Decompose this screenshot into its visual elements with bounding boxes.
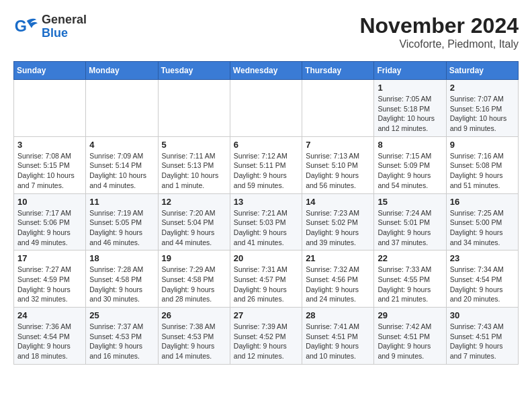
day-cell: 27Sunrise: 7:39 AMSunset: 4:52 PMDayligh… — [230, 308, 302, 365]
day-number: 30 — [450, 310, 515, 320]
day-cell — [302, 80, 374, 137]
day-number: 11 — [89, 197, 154, 207]
day-info: Sunrise: 7:08 AMSunset: 5:15 PMDaylight:… — [17, 151, 82, 191]
calendar-body: 1Sunrise: 7:05 AMSunset: 5:18 PMDaylight… — [14, 80, 519, 365]
page-subtitle: Vicoforte, Piedmont, Italy — [359, 38, 519, 50]
header-day-friday: Friday — [374, 62, 446, 80]
week-row-2: 3Sunrise: 7:08 AMSunset: 5:15 PMDaylight… — [14, 136, 519, 193]
day-info: Sunrise: 7:07 AMSunset: 5:16 PMDaylight:… — [450, 94, 515, 134]
page-title: November 2024 — [359, 13, 519, 38]
day-info: Sunrise: 7:31 AMSunset: 4:57 PMDaylight:… — [234, 265, 298, 304]
header-day-thursday: Thursday — [302, 62, 374, 80]
day-info: Sunrise: 7:42 AMSunset: 4:51 PMDaylight:… — [378, 322, 442, 361]
day-number: 15 — [378, 197, 442, 207]
day-cell: 14Sunrise: 7:23 AMSunset: 5:02 PMDayligh… — [302, 193, 374, 250]
day-info: Sunrise: 7:15 AMSunset: 5:09 PMDaylight:… — [378, 151, 442, 191]
day-cell: 4Sunrise: 7:09 AMSunset: 5:14 PMDaylight… — [86, 136, 158, 193]
day-number: 12 — [162, 197, 226, 207]
day-cell: 23Sunrise: 7:34 AMSunset: 4:54 PMDayligh… — [446, 250, 518, 308]
day-number: 8 — [378, 140, 442, 150]
day-number: 22 — [378, 253, 442, 263]
week-row-4: 17Sunrise: 7:27 AMSunset: 4:59 PMDayligh… — [14, 250, 519, 308]
calendar-header: SundayMondayTuesdayWednesdayThursdayFrid… — [14, 62, 519, 80]
header-day-saturday: Saturday — [446, 62, 518, 80]
svg-text:G: G — [15, 17, 27, 35]
day-number: 6 — [234, 140, 298, 150]
day-cell: 13Sunrise: 7:21 AMSunset: 5:03 PMDayligh… — [230, 193, 302, 250]
day-info: Sunrise: 7:16 AMSunset: 5:08 PMDaylight:… — [450, 151, 515, 191]
day-number: 23 — [450, 253, 515, 263]
day-number: 1 — [378, 83, 442, 93]
day-info: Sunrise: 7:11 AMSunset: 5:13 PMDaylight:… — [162, 151, 226, 191]
day-cell: 26Sunrise: 7:38 AMSunset: 4:53 PMDayligh… — [158, 308, 230, 365]
day-cell: 21Sunrise: 7:32 AMSunset: 4:56 PMDayligh… — [302, 250, 374, 308]
header-day-wednesday: Wednesday — [230, 62, 302, 80]
day-cell — [86, 80, 158, 137]
day-cell: 3Sunrise: 7:08 AMSunset: 5:15 PMDaylight… — [14, 136, 86, 193]
week-row-5: 24Sunrise: 7:36 AMSunset: 4:54 PMDayligh… — [14, 308, 519, 365]
day-info: Sunrise: 7:20 AMSunset: 5:04 PMDaylight:… — [162, 208, 226, 248]
day-info: Sunrise: 7:12 AMSunset: 5:11 PMDaylight:… — [234, 151, 298, 191]
day-number: 14 — [306, 197, 370, 207]
day-cell: 1Sunrise: 7:05 AMSunset: 5:18 PMDaylight… — [374, 80, 446, 137]
day-cell: 24Sunrise: 7:36 AMSunset: 4:54 PMDayligh… — [14, 308, 86, 365]
day-info: Sunrise: 7:43 AMSunset: 4:51 PMDaylight:… — [450, 322, 515, 361]
day-info: Sunrise: 7:39 AMSunset: 4:52 PMDaylight:… — [234, 322, 298, 361]
header-day-monday: Monday — [86, 62, 158, 80]
day-number: 21 — [306, 253, 370, 263]
logo-text: General Blue — [42, 13, 87, 40]
day-number: 4 — [89, 140, 154, 150]
day-cell: 28Sunrise: 7:41 AMSunset: 4:51 PMDayligh… — [302, 308, 374, 365]
day-cell: 7Sunrise: 7:13 AMSunset: 5:10 PMDaylight… — [302, 136, 374, 193]
page-header: G General Blue November 2024 Vicoforte, … — [13, 13, 519, 50]
day-number: 17 — [17, 253, 82, 263]
week-row-1: 1Sunrise: 7:05 AMSunset: 5:18 PMDaylight… — [14, 80, 519, 137]
day-number: 27 — [234, 310, 298, 320]
day-number: 2 — [450, 83, 515, 93]
day-number: 13 — [234, 197, 298, 207]
header-row: SundayMondayTuesdayWednesdayThursdayFrid… — [14, 62, 519, 80]
day-cell: 29Sunrise: 7:42 AMSunset: 4:51 PMDayligh… — [374, 308, 446, 365]
day-cell: 18Sunrise: 7:28 AMSunset: 4:58 PMDayligh… — [86, 250, 158, 308]
day-info: Sunrise: 7:25 AMSunset: 5:00 PMDaylight:… — [450, 208, 515, 248]
logo: G General Blue — [13, 13, 87, 40]
day-number: 20 — [234, 253, 298, 263]
day-cell: 19Sunrise: 7:29 AMSunset: 4:58 PMDayligh… — [158, 250, 230, 308]
day-number: 5 — [162, 140, 226, 150]
day-cell: 16Sunrise: 7:25 AMSunset: 5:00 PMDayligh… — [446, 193, 518, 250]
day-cell: 6Sunrise: 7:12 AMSunset: 5:11 PMDaylight… — [230, 136, 302, 193]
day-info: Sunrise: 7:23 AMSunset: 5:02 PMDaylight:… — [306, 208, 370, 248]
calendar-table: SundayMondayTuesdayWednesdayThursdayFrid… — [13, 61, 519, 365]
day-number: 29 — [378, 310, 442, 320]
week-row-3: 10Sunrise: 7:17 AMSunset: 5:06 PMDayligh… — [14, 193, 519, 250]
day-info: Sunrise: 7:17 AMSunset: 5:06 PMDaylight:… — [17, 208, 82, 248]
day-number: 7 — [306, 140, 370, 150]
day-cell: 17Sunrise: 7:27 AMSunset: 4:59 PMDayligh… — [14, 250, 86, 308]
day-info: Sunrise: 7:24 AMSunset: 5:01 PMDaylight:… — [378, 208, 442, 248]
day-info: Sunrise: 7:33 AMSunset: 4:55 PMDaylight:… — [378, 265, 442, 304]
day-info: Sunrise: 7:29 AMSunset: 4:58 PMDaylight:… — [162, 265, 226, 304]
day-number: 24 — [17, 310, 82, 320]
day-info: Sunrise: 7:41 AMSunset: 4:51 PMDaylight:… — [306, 322, 370, 361]
day-cell: 9Sunrise: 7:16 AMSunset: 5:08 PMDaylight… — [446, 136, 518, 193]
day-number: 25 — [89, 310, 154, 320]
day-cell: 20Sunrise: 7:31 AMSunset: 4:57 PMDayligh… — [230, 250, 302, 308]
day-info: Sunrise: 7:05 AMSunset: 5:18 PMDaylight:… — [378, 94, 442, 134]
day-info: Sunrise: 7:36 AMSunset: 4:54 PMDaylight:… — [17, 322, 82, 361]
day-cell: 22Sunrise: 7:33 AMSunset: 4:55 PMDayligh… — [374, 250, 446, 308]
day-cell: 11Sunrise: 7:19 AMSunset: 5:05 PMDayligh… — [86, 193, 158, 250]
day-number: 10 — [17, 197, 82, 207]
day-info: Sunrise: 7:32 AMSunset: 4:56 PMDaylight:… — [306, 265, 370, 304]
title-block: November 2024 Vicoforte, Piedmont, Italy — [359, 13, 519, 50]
day-cell: 12Sunrise: 7:20 AMSunset: 5:04 PMDayligh… — [158, 193, 230, 250]
day-cell — [14, 80, 86, 137]
day-number: 26 — [162, 310, 226, 320]
day-info: Sunrise: 7:38 AMSunset: 4:53 PMDaylight:… — [162, 322, 226, 361]
day-cell — [230, 80, 302, 137]
day-cell: 15Sunrise: 7:24 AMSunset: 5:01 PMDayligh… — [374, 193, 446, 250]
day-number: 9 — [450, 140, 515, 150]
day-number: 18 — [89, 253, 154, 263]
day-info: Sunrise: 7:34 AMSunset: 4:54 PMDaylight:… — [450, 265, 515, 304]
day-number: 3 — [17, 140, 82, 150]
day-number: 28 — [306, 310, 370, 320]
